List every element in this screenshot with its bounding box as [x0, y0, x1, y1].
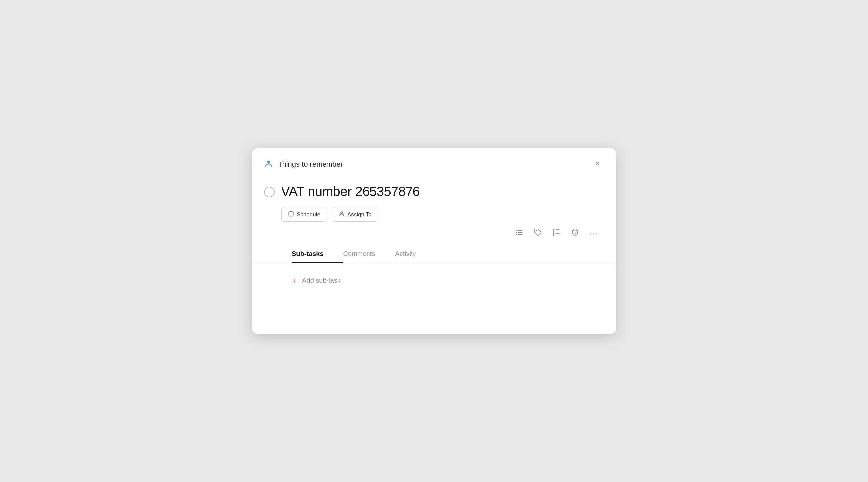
task-title: VAT number 265357876: [281, 184, 600, 199]
svg-point-10: [516, 232, 517, 233]
close-button[interactable]: ×: [592, 158, 603, 169]
user-icon: [264, 159, 273, 170]
schedule-button-label: Schedule: [297, 211, 320, 218]
svg-line-15: [572, 230, 573, 231]
modal-header: Things to remember ×: [252, 148, 616, 176]
tab-activity[interactable]: Activity: [395, 245, 436, 263]
svg-point-0: [267, 161, 270, 164]
assign-to-button-label: Assign To: [347, 211, 371, 218]
svg-line-16: [577, 230, 578, 231]
add-subtask-button[interactable]: + Add sub-task: [292, 277, 341, 285]
task-content: VAT number 265357876 Schedule: [281, 184, 600, 222]
tabs-section: Sub-tasks Comments Activity: [252, 245, 616, 263]
task-checkbox[interactable]: [264, 187, 275, 197]
assign-to-button[interactable]: Assign To: [332, 207, 378, 222]
tab-comments[interactable]: Comments: [343, 245, 395, 263]
add-subtask-label: Add sub-task: [302, 277, 341, 284]
toolbar-section: ···: [252, 227, 616, 240]
flag-icon[interactable]: [551, 227, 562, 240]
modal-title: Things to remember: [278, 160, 600, 169]
content-section: + Add sub-task: [252, 263, 616, 298]
plus-icon: +: [292, 277, 297, 285]
svg-point-5: [341, 211, 343, 214]
task-actions: Schedule Assign To: [281, 207, 600, 222]
svg-rect-1: [289, 211, 293, 216]
more-options-icon[interactable]: ···: [588, 227, 600, 240]
list-icon[interactable]: [514, 227, 525, 240]
svg-point-9: [516, 230, 517, 231]
calendar-icon: [288, 210, 294, 218]
svg-point-11: [516, 234, 517, 235]
tag-icon[interactable]: [533, 227, 543, 240]
schedule-button[interactable]: Schedule: [281, 207, 327, 222]
person-icon: [339, 210, 345, 218]
task-section: VAT number 265357876 Schedule: [252, 176, 616, 227]
tab-subtasks[interactable]: Sub-tasks: [292, 245, 343, 263]
alarm-icon[interactable]: [569, 227, 580, 240]
modal-dialog: Things to remember × VAT number 26535787…: [252, 148, 616, 334]
